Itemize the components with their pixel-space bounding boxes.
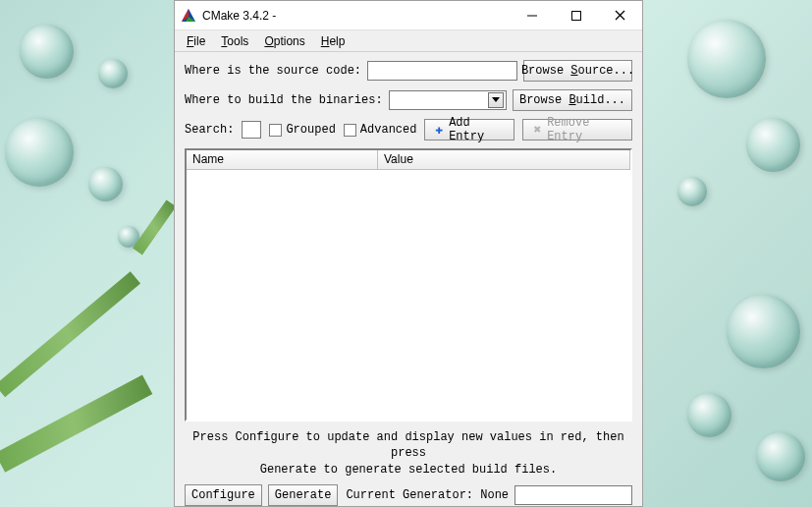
wallpaper-leaf (0, 374, 152, 472)
configure-button[interactable]: Configure (185, 484, 262, 506)
wallpaper-drop (687, 20, 766, 98)
advanced-checkbox[interactable]: Advanced (344, 123, 417, 137)
column-name[interactable]: Name (187, 150, 378, 169)
wallpaper-leaf (0, 271, 140, 397)
menu-file[interactable]: File (179, 32, 213, 50)
browse-build-button[interactable]: Browse Build... (513, 89, 632, 111)
wallpaper-drop (746, 118, 800, 172)
table-header: Name Value (187, 150, 630, 170)
grouped-checkbox[interactable]: Grouped (269, 123, 335, 137)
source-path-input[interactable] (367, 61, 517, 81)
menu-tools[interactable]: Tools (213, 32, 256, 50)
hint-line: Generate to generate selected build file… (189, 462, 628, 479)
content-area: Where is the source code: Browse Source.… (175, 52, 642, 506)
menubar: File Tools Options Help (175, 30, 642, 52)
wallpaper-leaf (133, 199, 176, 254)
cache-table[interactable]: Name Value (185, 148, 632, 422)
toolbar-row: Search: Grouped Advanced ✚ Add Entry ✖ R… (185, 119, 632, 141)
table-body[interactable] (187, 170, 630, 420)
wallpaper-drop (98, 59, 128, 88)
output-box[interactable] (514, 485, 632, 505)
advanced-label: Advanced (360, 123, 417, 137)
column-value[interactable]: Value (378, 150, 630, 169)
close-button[interactable] (598, 1, 642, 29)
grouped-label: Grouped (286, 123, 335, 137)
window-title: CMake 3.4.2 - (202, 9, 510, 23)
wallpaper-drop (756, 432, 805, 481)
menu-options[interactable]: Options (256, 32, 312, 50)
source-row: Where is the source code: Browse Source.… (185, 60, 632, 82)
titlebar[interactable]: CMake 3.4.2 - (175, 1, 642, 30)
build-row: Where to build the binaries: Browse Buil… (185, 89, 632, 111)
browse-source-button[interactable]: Browse Source... (523, 60, 632, 82)
menu-help[interactable]: Help (313, 32, 353, 50)
add-entry-button[interactable]: ✚ Add Entry (424, 119, 514, 141)
hint-line: Press Configure to update and display ne… (189, 429, 628, 463)
build-label: Where to build the binaries: (185, 93, 383, 107)
remove-entry-button[interactable]: ✖ Remove Entry (522, 119, 632, 141)
cmake-app-icon (181, 8, 196, 24)
plus-icon: ✚ (433, 124, 445, 137)
svg-rect-4 (571, 11, 580, 20)
build-path-combo[interactable] (389, 90, 507, 110)
checkbox-icon (269, 124, 282, 137)
wallpaper-drop (88, 167, 123, 201)
wallpaper-drop (5, 118, 74, 187)
maximize-button[interactable] (554, 1, 598, 29)
hint-text: Press Configure to update and display ne… (185, 427, 632, 484)
current-generator-label: Current Generator: None (344, 488, 509, 502)
x-icon: ✖ (531, 124, 543, 137)
cmake-window: CMake 3.4.2 - File Tools Options Help Wh… (174, 0, 643, 507)
wallpaper-drop (727, 295, 800, 368)
chevron-down-icon[interactable] (488, 92, 504, 108)
wallpaper-drop (687, 393, 731, 437)
search-label: Search: (185, 123, 234, 137)
source-label: Where is the source code: (185, 64, 361, 78)
wallpaper-drop (20, 25, 74, 79)
checkbox-icon (344, 124, 356, 137)
generate-button[interactable]: Generate (268, 484, 339, 506)
wallpaper-drop (677, 177, 707, 206)
svg-marker-7 (492, 97, 500, 102)
minimize-button[interactable] (510, 1, 554, 29)
window-controls (510, 1, 642, 29)
search-input[interactable] (242, 121, 261, 139)
bottom-row: Configure Generate Current Generator: No… (185, 484, 632, 506)
